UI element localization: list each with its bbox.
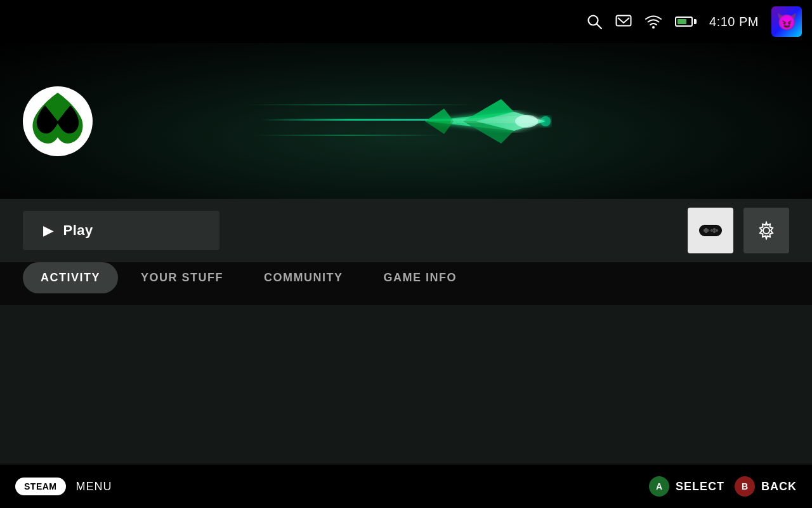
tab-your-stuff[interactable]: YOUR STUFF bbox=[123, 262, 241, 293]
play-icon: ▶ bbox=[43, 223, 53, 238]
play-button[interactable]: ▶ Play bbox=[23, 211, 219, 250]
plane-svg bbox=[412, 80, 552, 163]
svg-point-12 bbox=[716, 229, 718, 232]
svg-point-16 bbox=[710, 230, 712, 232]
tabs-area: ACTIVITY YOUR STUFF COMMUNITY GAME INFO bbox=[0, 262, 812, 293]
svg-rect-10 bbox=[705, 228, 707, 233]
a-button: A bbox=[649, 476, 669, 497]
top-bar: 4:10 PM bbox=[0, 0, 812, 43]
menu-label: MENU bbox=[76, 480, 112, 493]
b-button: B bbox=[735, 476, 755, 497]
avatar[interactable] bbox=[771, 6, 802, 37]
battery-icon bbox=[675, 17, 697, 27]
svg-line-1 bbox=[597, 24, 602, 29]
select-action: A SELECT bbox=[649, 476, 724, 497]
svg-point-15 bbox=[708, 230, 710, 232]
clock-display: 4:10 PM bbox=[709, 15, 759, 29]
content-area bbox=[0, 305, 812, 464]
play-label: Play bbox=[63, 222, 93, 239]
gamepad-icon bbox=[699, 222, 722, 239]
hero-area bbox=[0, 43, 812, 199]
svg-point-3 bbox=[652, 26, 655, 29]
svg-point-17 bbox=[763, 227, 769, 234]
game-hero-art bbox=[247, 64, 565, 178]
svg-point-6 bbox=[540, 116, 551, 126]
manage-game-button[interactable] bbox=[688, 208, 733, 253]
svg-point-11 bbox=[713, 228, 716, 231]
svg-rect-2 bbox=[617, 16, 631, 26]
message-icon[interactable] bbox=[615, 15, 632, 29]
steam-badge: STEAM bbox=[15, 478, 66, 495]
tab-activity[interactable]: ACTIVITY bbox=[23, 262, 118, 293]
controls-area: ▶ Play bbox=[0, 199, 812, 262]
settings-button[interactable] bbox=[743, 208, 789, 253]
svg-point-13 bbox=[713, 231, 716, 233]
search-icon[interactable] bbox=[586, 13, 603, 30]
wifi-icon bbox=[645, 15, 662, 29]
back-action: B BACK bbox=[735, 476, 797, 497]
xbox-logo bbox=[23, 86, 93, 156]
bottom-bar: STEAM MENU A SELECT B BACK bbox=[0, 465, 812, 508]
back-label: BACK bbox=[761, 480, 797, 493]
tab-game-info[interactable]: GAME INFO bbox=[366, 262, 475, 293]
select-label: SELECT bbox=[676, 480, 724, 493]
tab-community[interactable]: COMMUNITY bbox=[246, 262, 361, 293]
gear-icon bbox=[757, 221, 776, 240]
